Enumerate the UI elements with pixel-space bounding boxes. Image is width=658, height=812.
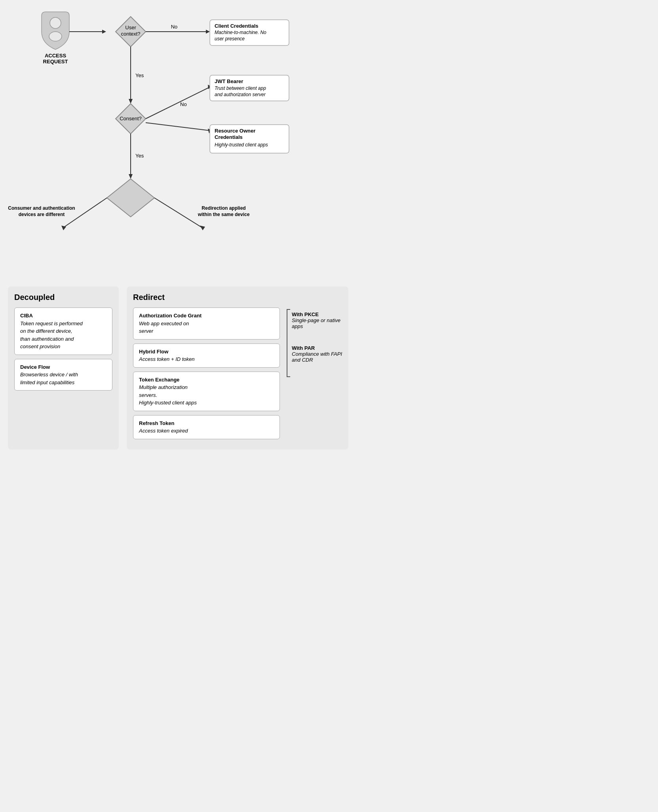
ciba-desc: Token request is performedon the differe… — [20, 320, 106, 351]
ciba-title: CIBA — [20, 312, 106, 320]
diamond-user-context-label2: context? — [121, 31, 140, 37]
token-exchange-desc: Multiple authorizationservers.Highly-tru… — [139, 383, 274, 407]
hybrid-flow-desc: Access token + ID token — [139, 355, 274, 363]
person-body-icon — [49, 32, 62, 41]
right-split-label2: within the same device — [198, 212, 250, 217]
arrowhead-1 — [102, 30, 106, 34]
redirect-boxes: Authorization Code Grant Web app execute… — [133, 307, 280, 443]
arrow-d3-left — [63, 198, 107, 228]
device-flow-box: Device Flow Browserless device / withlim… — [14, 359, 112, 391]
token-exchange-title: Token Exchange — [139, 376, 274, 384]
annotation-column: With PKCE Single-page or nativeapps With… — [292, 307, 342, 379]
left-split-label1: Consumer and authentication — [8, 205, 75, 211]
diamond-user-context-label: User — [125, 25, 136, 30]
refresh-token-box: Refresh Token Access token expired — [133, 415, 280, 439]
pkce-title: With PKCE — [292, 311, 342, 317]
no-label-1: No — [171, 24, 178, 30]
diamond-device-split — [107, 179, 154, 217]
token-exchange-box: Token Exchange Multiple authorizationser… — [133, 372, 280, 411]
resource-owner-title1: Resource Owner — [215, 128, 255, 134]
hybrid-flow-title: Hybrid Flow — [139, 348, 274, 356]
par-annotation: With PAR Compliance with FAPIand CDR — [292, 345, 342, 363]
client-credentials-desc1: Machine-to-machine. No — [215, 30, 266, 35]
arrowhead-right — [200, 226, 205, 230]
pkce-annotation: With PKCE Single-page or nativeapps — [292, 311, 342, 329]
refresh-token-desc: Access token expired — [139, 427, 274, 435]
resource-owner-title2: Credentials — [215, 134, 243, 140]
person-head-icon — [50, 17, 61, 28]
par-title: With PAR — [292, 345, 342, 351]
arrowhead-no1 — [206, 30, 210, 34]
auth-code-grant-box: Authorization Code Grant Web app execute… — [133, 307, 280, 340]
device-flow-title: Device Flow — [20, 363, 106, 371]
oauth-diagram: ACCESS REQUEST User context? No Client C… — [8, 8, 348, 450]
left-split-label2: devices are different — [19, 212, 65, 217]
bracket-svg — [285, 307, 292, 379]
device-flow-desc: Browserless device / withlimited input c… — [20, 371, 106, 386]
redirect-with-annotations: Authorization Code Grant Web app execute… — [133, 307, 342, 443]
diamond-consent-label: Consent? — [120, 116, 142, 121]
ciba-box: CIBA Token request is performedon the di… — [14, 307, 112, 355]
bottom-panels: Decoupled CIBA Token request is performe… — [8, 286, 348, 450]
redirect-panel: Redirect Authorization Code Grant Web ap… — [127, 286, 348, 450]
no-label-2: No — [180, 101, 187, 107]
hybrid-flow-box: Hybrid Flow Access token + ID token — [133, 343, 280, 368]
redirect-title: Redirect — [133, 293, 342, 302]
access-request-label: ACCESS — [45, 53, 67, 59]
par-desc: Compliance with FAPIand CDR — [292, 351, 342, 363]
arrowhead-yes1 — [129, 99, 133, 104]
auth-code-grant-desc: Web app executed onserver — [139, 320, 274, 335]
arrow-consent-no-ro — [146, 123, 210, 131]
client-credentials-desc2: user presence — [215, 36, 245, 42]
jwt-bearer-desc1: Trust between client app — [215, 85, 266, 91]
access-request-label2: REQUEST — [43, 59, 68, 65]
arrowhead-yes2 — [129, 174, 133, 179]
right-split-label1: Redirection applied — [202, 205, 245, 211]
pkce-desc: Single-page or nativeapps — [292, 317, 342, 329]
decoupled-title: Decoupled — [14, 293, 112, 302]
arrow-d3-right — [154, 198, 202, 228]
arrow-consent-no-jwt — [146, 87, 210, 119]
resource-owner-desc: Highly-trusted client apps — [215, 142, 268, 148]
flowchart-svg: ACCESS REQUEST User context? No Client C… — [8, 8, 348, 277]
decoupled-panel: Decoupled CIBA Token request is performe… — [8, 286, 119, 450]
client-credentials-title: Client Credentials — [215, 23, 259, 29]
yes-label-2: Yes — [135, 153, 144, 159]
yes-label-1: Yes — [135, 72, 144, 78]
auth-code-grant-title: Authorization Code Grant — [139, 312, 274, 320]
jwt-bearer-desc2: and authorization server — [215, 92, 266, 97]
refresh-token-title: Refresh Token — [139, 419, 274, 427]
jwt-bearer-title: JWT Bearer — [215, 78, 243, 84]
bracket-annotations: With PKCE Single-page or nativeapps With… — [285, 307, 342, 379]
